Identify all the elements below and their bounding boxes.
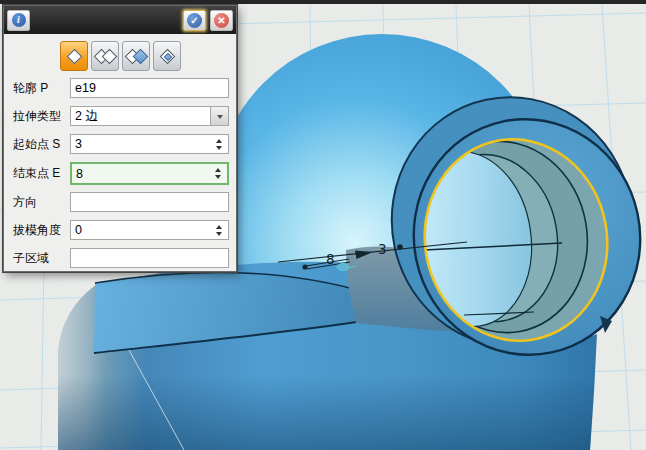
cancel-button[interactable]: ✕	[210, 10, 233, 31]
dialog-titlebar: i ✓ ✕	[4, 6, 236, 34]
app-top-bar	[0, 0, 646, 4]
direction-field	[70, 192, 229, 212]
info-button[interactable]: i	[7, 10, 30, 31]
end-point-row: 结束点 E	[13, 162, 229, 185]
boolean-mode-toolbar	[60, 41, 236, 71]
profile-row: 轮廓 P	[13, 78, 229, 98]
mode-button-independent-solid[interactable]	[60, 41, 88, 71]
cad-application-window: 8 3 i ✓ ✕	[0, 0, 646, 450]
confirm-check-icon: ✓	[187, 13, 202, 28]
draft-angle-input[interactable]	[71, 221, 228, 239]
spin-down-icon[interactable]	[215, 175, 221, 182]
extrude-type-input[interactable]	[71, 107, 228, 125]
mode-button-boolean-add[interactable]	[91, 41, 119, 71]
mode-button-boolean-intersect[interactable]	[153, 41, 181, 71]
profile-label: 轮廓 P	[13, 80, 70, 97]
spin-up-icon[interactable]	[215, 165, 221, 172]
dimension-end-handle[interactable]	[397, 244, 403, 250]
drag-handle-marker[interactable]	[337, 264, 349, 271]
draft-angle-label: 拔模角度	[13, 222, 70, 239]
subregion-field	[70, 248, 229, 268]
start-point-field	[70, 134, 229, 154]
info-icon: i	[12, 13, 26, 27]
extrude-type-row: 拉伸类型	[13, 106, 229, 126]
extrude-type-label: 拉伸类型	[13, 108, 70, 125]
body-bottom-shadow	[58, 375, 598, 450]
end-point-spinner[interactable]	[210, 164, 225, 183]
profile-field	[70, 78, 229, 98]
extrude-type-combobox	[70, 106, 229, 126]
dropdown-arrow-icon[interactable]	[210, 107, 228, 125]
cancel-x-icon: ✕	[214, 13, 229, 28]
dimension-start-handle[interactable]	[302, 264, 307, 269]
spin-down-icon[interactable]	[216, 146, 222, 153]
end-point-label: 结束点 E	[13, 165, 70, 182]
spin-up-icon[interactable]	[216, 136, 222, 143]
spin-up-icon[interactable]	[216, 222, 222, 229]
subregion-row: 子区域	[13, 248, 229, 268]
draft-angle-spinner[interactable]	[211, 221, 226, 239]
draft-angle-field	[70, 220, 229, 240]
parameter-form: 轮廓 P 拉伸类型 起始点 S	[4, 78, 236, 268]
end-point-input[interactable]	[72, 164, 227, 183]
direction-label: 方向	[13, 194, 70, 211]
spin-down-icon[interactable]	[216, 232, 222, 239]
draft-angle-row: 拔模角度	[13, 220, 229, 240]
mode-button-boolean-subtract[interactable]	[122, 41, 150, 71]
end-point-field-active	[70, 162, 229, 185]
subregion-label: 子区域	[13, 250, 70, 267]
independent-solid-icon	[67, 49, 83, 65]
start-point-input[interactable]	[71, 135, 228, 153]
start-point-label: 起始点 S	[13, 136, 70, 153]
start-point-row: 起始点 S	[13, 134, 229, 154]
confirm-button[interactable]: ✓	[183, 10, 206, 31]
direction-input[interactable]	[71, 193, 228, 211]
direction-row: 方向	[13, 192, 229, 212]
subregion-input[interactable]	[71, 249, 228, 267]
dimension-label-start[interactable]: 3	[378, 241, 387, 257]
profile-input[interactable]	[71, 79, 228, 97]
start-point-spinner[interactable]	[211, 135, 226, 153]
dimension-label-end[interactable]: 8	[326, 251, 335, 267]
extrude-feature-dialog: i ✓ ✕	[3, 5, 237, 272]
